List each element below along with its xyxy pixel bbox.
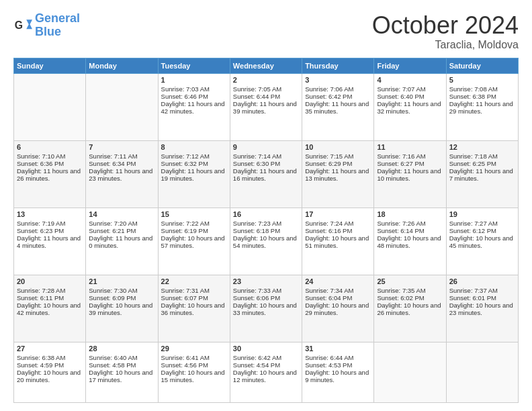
calendar-day-cell: 10Sunrise: 7:15 AMSunset: 6:29 PMDayligh… — [302, 140, 374, 208]
sunset-text: Sunset: 4:56 PM — [161, 361, 227, 369]
sunrise-text: Sunrise: 7:11 AM — [89, 152, 154, 160]
day-number: 31 — [305, 345, 371, 353]
daylight-text: Daylight: 10 hours and 42 minutes. — [17, 302, 83, 316]
day-number: 10 — [305, 143, 371, 151]
sunset-text: Sunset: 6:02 PM — [377, 294, 443, 302]
daylight-text: Daylight: 11 hours and 19 minutes. — [161, 167, 227, 182]
calendar-day-cell: 9Sunrise: 7:14 AMSunset: 6:30 PMDaylight… — [230, 140, 302, 208]
sunset-text: Sunset: 6:30 PM — [233, 160, 299, 167]
calendar-day-cell — [374, 342, 446, 402]
day-number: 21 — [89, 277, 154, 285]
day-number: 24 — [305, 277, 371, 285]
header: G General Blue October 2024 Taraclia, Mo… — [13, 12, 519, 51]
sunset-text: Sunset: 6:32 PM — [161, 160, 227, 167]
daylight-text: Daylight: 10 hours and 48 minutes. — [377, 234, 443, 249]
calendar-day-cell: 2Sunrise: 7:05 AMSunset: 6:44 PMDaylight… — [230, 73, 302, 140]
calendar-day-cell: 6Sunrise: 7:10 AMSunset: 6:36 PMDaylight… — [14, 140, 86, 208]
sunrise-text: Sunrise: 7:05 AM — [233, 85, 299, 93]
calendar-day-cell: 3Sunrise: 7:06 AMSunset: 6:42 PMDaylight… — [302, 73, 374, 140]
svg-marker-1 — [26, 19, 32, 29]
svg-text:G: G — [15, 19, 23, 31]
daylight-text: Daylight: 10 hours and 26 minutes. — [377, 302, 443, 316]
day-number: 13 — [17, 210, 83, 218]
calendar-day-cell: 31Sunrise: 6:44 AMSunset: 4:53 PMDayligh… — [302, 342, 374, 402]
calendar-week-row: 27Sunrise: 6:38 AMSunset: 4:59 PMDayligh… — [14, 342, 519, 402]
sunrise-text: Sunrise: 7:31 AM — [161, 287, 227, 294]
daylight-text: Daylight: 11 hours and 26 minutes. — [17, 167, 83, 182]
weekday-header: Tuesday — [158, 58, 230, 73]
logo-line1: General — [35, 11, 80, 25]
day-number: 5 — [449, 76, 515, 84]
daylight-text: Daylight: 10 hours and 12 minutes. — [233, 369, 299, 383]
weekday-header: Monday — [86, 58, 158, 73]
sunrise-text: Sunrise: 7:33 AM — [233, 287, 299, 294]
day-number: 23 — [233, 277, 299, 285]
calendar-day-cell: 11Sunrise: 7:16 AMSunset: 6:27 PMDayligh… — [374, 140, 446, 208]
sunrise-text: Sunrise: 7:08 AM — [449, 85, 515, 93]
sunset-text: Sunset: 6:44 PM — [233, 93, 299, 100]
day-number: 1 — [161, 76, 227, 84]
calendar-day-cell: 30Sunrise: 6:42 AMSunset: 4:54 PMDayligh… — [230, 342, 302, 402]
calendar-day-cell: 16Sunrise: 7:23 AMSunset: 6:18 PMDayligh… — [230, 208, 302, 275]
daylight-text: Daylight: 11 hours and 32 minutes. — [377, 100, 443, 115]
day-number: 14 — [89, 210, 154, 218]
calendar-week-row: 1Sunrise: 7:03 AMSunset: 6:46 PMDaylight… — [14, 73, 519, 140]
daylight-text: Daylight: 10 hours and 36 minutes. — [161, 302, 227, 316]
day-number: 12 — [449, 143, 515, 151]
logo: G General Blue — [13, 12, 80, 39]
calendar-day-cell: 18Sunrise: 7:26 AMSunset: 6:14 PMDayligh… — [374, 208, 446, 275]
logo-icon: G — [13, 16, 32, 35]
sunrise-text: Sunrise: 6:42 AM — [233, 354, 299, 361]
weekday-header: Saturday — [446, 58, 518, 73]
calendar-day-cell: 25Sunrise: 7:35 AMSunset: 6:02 PMDayligh… — [374, 275, 446, 342]
daylight-text: Daylight: 11 hours and 29 minutes. — [449, 100, 515, 115]
calendar-day-cell: 21Sunrise: 7:30 AMSunset: 6:09 PMDayligh… — [86, 275, 158, 342]
sunrise-text: Sunrise: 7:07 AM — [377, 85, 443, 93]
sunset-text: Sunset: 6:46 PM — [161, 93, 227, 100]
daylight-text: Daylight: 11 hours and 10 minutes. — [377, 167, 443, 182]
weekday-header: Friday — [374, 58, 446, 73]
day-number: 27 — [17, 345, 83, 353]
day-number: 8 — [161, 143, 227, 151]
location: Taraclia, Moldova — [372, 39, 519, 51]
day-number: 18 — [377, 210, 443, 218]
calendar-day-cell: 8Sunrise: 7:12 AMSunset: 6:32 PMDaylight… — [158, 140, 230, 208]
sunrise-text: Sunrise: 7:37 AM — [449, 287, 515, 294]
sunrise-text: Sunrise: 7:03 AM — [161, 85, 227, 93]
sunset-text: Sunset: 6:18 PM — [233, 227, 299, 234]
calendar-day-cell: 29Sunrise: 6:41 AMSunset: 4:56 PMDayligh… — [158, 342, 230, 402]
day-number: 9 — [233, 143, 299, 151]
day-number: 29 — [161, 345, 227, 353]
calendar-day-cell: 4Sunrise: 7:07 AMSunset: 6:40 PMDaylight… — [374, 73, 446, 140]
weekday-header: Thursday — [302, 58, 374, 73]
sunset-text: Sunset: 6:34 PM — [89, 160, 154, 167]
day-number: 16 — [233, 210, 299, 218]
daylight-text: Daylight: 10 hours and 9 minutes. — [305, 369, 371, 383]
sunset-text: Sunset: 4:53 PM — [305, 361, 371, 369]
daylight-text: Daylight: 10 hours and 29 minutes. — [305, 302, 371, 316]
calendar-day-cell — [86, 73, 158, 140]
sunset-text: Sunset: 6:01 PM — [449, 294, 515, 302]
daylight-text: Daylight: 10 hours and 54 minutes. — [233, 234, 299, 249]
sunrise-text: Sunrise: 7:12 AM — [161, 152, 227, 160]
sunset-text: Sunset: 6:19 PM — [161, 227, 227, 234]
day-number: 11 — [377, 143, 443, 151]
sunrise-text: Sunrise: 7:20 AM — [89, 220, 154, 227]
sunset-text: Sunset: 6:09 PM — [89, 294, 154, 302]
weekday-header: Wednesday — [230, 58, 302, 73]
daylight-text: Daylight: 11 hours and 42 minutes. — [161, 100, 227, 115]
day-number: 19 — [449, 210, 515, 218]
sunrise-text: Sunrise: 7:28 AM — [17, 287, 83, 294]
sunset-text: Sunset: 4:59 PM — [17, 361, 83, 369]
day-number: 3 — [305, 76, 371, 84]
day-number: 7 — [89, 143, 154, 151]
daylight-text: Daylight: 10 hours and 33 minutes. — [233, 302, 299, 316]
sunrise-text: Sunrise: 7:18 AM — [449, 152, 515, 160]
day-number: 20 — [17, 277, 83, 285]
sunrise-text: Sunrise: 7:23 AM — [233, 220, 299, 227]
calendar-day-cell: 19Sunrise: 7:27 AMSunset: 6:12 PMDayligh… — [446, 208, 518, 275]
sunrise-text: Sunrise: 7:14 AM — [233, 152, 299, 160]
sunrise-text: Sunrise: 6:40 AM — [89, 354, 154, 361]
daylight-text: Daylight: 10 hours and 17 minutes. — [89, 369, 154, 383]
daylight-text: Daylight: 10 hours and 20 minutes. — [17, 369, 83, 383]
